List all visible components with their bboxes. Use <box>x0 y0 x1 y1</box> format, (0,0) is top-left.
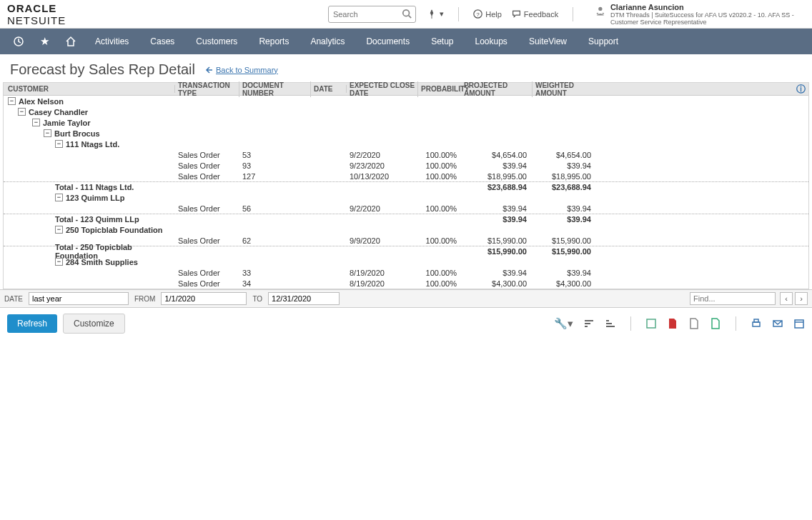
global-header: ORACLE NETSUITE ▾ ? Help Feedback Claria… <box>0 0 812 29</box>
nav-analytics[interactable]: Analytics <box>302 29 353 54</box>
svg-rect-10 <box>754 319 758 322</box>
date-label: DATE <box>4 295 23 303</box>
user-name: Clarianne Asuncion <box>610 3 805 11</box>
svg-rect-8 <box>647 319 655 328</box>
data-row[interactable]: Sales Order338/19/2020100.00%$39.94$39.9… <box>4 267 808 278</box>
column-headers: CUSTOMER TRANSACTION TYPE DOCUMENT NUMBE… <box>4 83 808 96</box>
svg-point-0 <box>403 9 410 16</box>
home-icon[interactable] <box>59 36 82 47</box>
divider <box>573 7 573 21</box>
export-pdf-icon[interactable] <box>667 318 678 329</box>
data-row[interactable]: Sales Order939/23/2020100.00%$39.94$39.9… <box>4 160 808 171</box>
col-weighted-amount[interactable]: WEIGHTED AMOUNT <box>533 81 597 97</box>
page-title: Forecast by Sales Rep Detail <box>10 61 195 78</box>
total-row: Total - 250 Topicblab Foundation$15,990.… <box>4 246 808 256</box>
collapse-icon[interactable]: − <box>32 119 40 126</box>
email-icon[interactable] <box>772 318 783 329</box>
tree-node-l1[interactable]: −Alex Nelson <box>4 96 808 106</box>
divider <box>736 316 736 331</box>
user-menu[interactable]: Clarianne Asuncion DTM Threads | SuiteSu… <box>595 3 805 26</box>
page-header: Forecast by Sales Rep Detail Back to Sum… <box>0 54 812 82</box>
export-icons: 🔧▾ <box>554 316 805 331</box>
data-row[interactable]: Sales Order539/2/2020100.00%$4,654.00$4,… <box>4 149 808 160</box>
help-link[interactable]: ? Help <box>473 9 502 19</box>
report-grid: CUSTOMER TRANSACTION TYPE DOCUMENT NUMBE… <box>3 82 809 289</box>
refresh-button[interactable]: Refresh <box>7 314 57 333</box>
tree-node-l2[interactable]: −Casey Chandler <box>4 106 808 117</box>
collapse-all-icon[interactable] <box>583 318 595 329</box>
col-document-number[interactable]: DOCUMENT NUMBER <box>239 81 311 97</box>
info-icon[interactable]: ⓘ <box>796 83 806 96</box>
back-to-summary-link[interactable]: Back to Summary <box>205 66 278 74</box>
export-doc-icon[interactable] <box>688 318 700 329</box>
nav-documents[interactable]: Documents <box>357 29 418 54</box>
nav-setup[interactable]: Setup <box>422 29 462 54</box>
col-expected-close-date[interactable]: EXPECTED CLOSE DATE <box>347 81 418 97</box>
nav-customers[interactable]: Customers <box>187 29 246 54</box>
svg-point-5 <box>597 12 599 14</box>
to-label: TO <box>252 295 262 303</box>
nav-suiteview[interactable]: SuiteView <box>520 29 575 54</box>
col-projected-amount[interactable]: PROJECTED AMOUNT <box>461 81 533 97</box>
col-probability[interactable]: PROBABILITY <box>418 85 461 93</box>
pin-icon[interactable]: ▾ <box>427 9 444 19</box>
tree-node-customer[interactable]: −111 Ntags Ltd. <box>4 139 808 149</box>
header-actions: ▾ ? Help Feedback Clarianne Asuncion DTM… <box>427 3 805 26</box>
collapse-icon[interactable]: − <box>55 140 63 148</box>
tree-node-customer[interactable]: −250 Topicblab Foundation <box>4 224 808 235</box>
collapse-icon[interactable]: − <box>55 226 63 234</box>
global-search <box>328 6 416 23</box>
schedule-icon[interactable] <box>793 318 805 329</box>
svg-text:?: ? <box>476 11 480 18</box>
nav-support[interactable]: Support <box>580 29 627 54</box>
report-body[interactable]: −Alex Nelson −Casey Chandler −Jamie Tayl… <box>4 96 808 289</box>
date-range-input[interactable] <box>29 292 129 305</box>
customize-button[interactable]: Customize <box>63 314 125 334</box>
filter-bar: DATE FROM TO ‹ › <box>0 289 812 308</box>
collapse-icon[interactable]: − <box>55 194 63 201</box>
history-icon[interactable] <box>7 36 30 47</box>
svg-rect-12 <box>795 320 803 328</box>
col-transaction-type[interactable]: TRANSACTION TYPE <box>175 81 239 97</box>
tree-node-customer[interactable]: −284 Smith Supplies <box>4 256 808 267</box>
action-bar: Refresh Customize 🔧▾ <box>0 308 812 339</box>
collapse-icon[interactable]: − <box>8 97 16 105</box>
tree-node-l3[interactable]: −Jamie Taylor <box>4 117 808 128</box>
export-csv-icon[interactable] <box>645 318 657 329</box>
nav-reports[interactable]: Reports <box>250 29 297 54</box>
divider <box>630 316 631 331</box>
expand-all-icon[interactable] <box>605 318 616 329</box>
col-customer[interactable]: CUSTOMER <box>4 85 175 93</box>
user-icon <box>595 3 606 19</box>
export-xls-icon[interactable] <box>710 318 721 329</box>
from-date-input[interactable] <box>161 292 247 305</box>
data-row[interactable]: Sales Order12710/13/2020100.00%$18,995.0… <box>4 171 808 181</box>
find-input[interactable] <box>690 292 776 305</box>
next-button[interactable]: › <box>795 292 808 305</box>
back-icon <box>205 66 214 74</box>
data-row[interactable]: Sales Order569/2/2020100.00%$39.94$39.94 <box>4 203 808 214</box>
wrench-icon[interactable]: 🔧▾ <box>554 317 573 330</box>
total-row: Total - 123 Quimm LLp$39.94$39.94 <box>4 214 808 224</box>
nav-activities[interactable]: Activities <box>86 29 137 54</box>
tree-node-l4[interactable]: −Burt Brocus <box>4 128 808 139</box>
collapse-icon[interactable]: − <box>55 258 63 266</box>
svg-rect-9 <box>753 322 760 326</box>
from-label: FROM <box>134 295 155 303</box>
svg-point-6 <box>603 12 605 14</box>
collapse-icon[interactable]: − <box>44 129 51 137</box>
print-icon[interactable] <box>751 318 762 329</box>
data-row[interactable]: Sales Order348/19/2020100.00%$4,300.00$4… <box>4 278 808 289</box>
nav-cases[interactable]: Cases <box>142 29 183 54</box>
star-icon[interactable]: ★ <box>34 35 55 48</box>
to-date-input[interactable] <box>268 292 340 305</box>
brand-logo: ORACLE NETSUITE <box>7 2 99 26</box>
col-date[interactable]: DATE <box>311 85 347 93</box>
main-nav: ★ Activities Cases Customers Reports Ana… <box>0 29 812 54</box>
search-icon[interactable] <box>402 9 412 19</box>
tree-node-customer[interactable]: −123 Quimm LLp <box>4 192 808 203</box>
collapse-icon[interactable]: − <box>18 108 26 116</box>
nav-lookups[interactable]: Lookups <box>467 29 516 54</box>
prev-button[interactable]: ‹ <box>780 292 793 305</box>
feedback-link[interactable]: Feedback <box>512 9 558 19</box>
